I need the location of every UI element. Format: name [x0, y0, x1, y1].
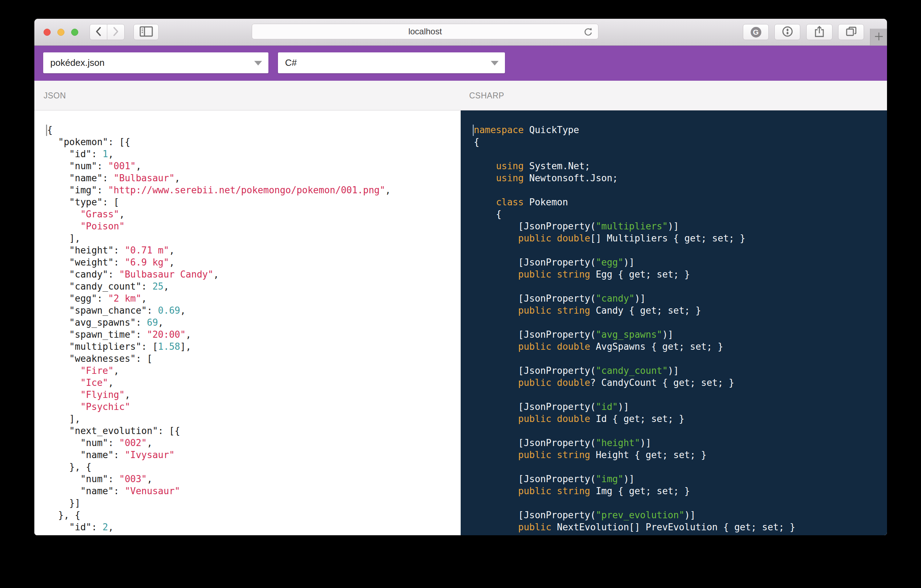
json-pane-label: JSON: [44, 91, 66, 100]
language-value: C#: [285, 57, 297, 68]
code-line: [474, 317, 795, 328]
browser-titlebar: localhost G: [34, 19, 887, 45]
code-line: "num": "002": [47, 533, 391, 535]
code-line: namespace QuickType: [474, 124, 795, 136]
code-line: }, {: [47, 509, 391, 521]
code-line: [JsonProperty("multipliers")]: [474, 220, 795, 232]
code-line: [474, 184, 795, 196]
code-line: "type": [: [47, 196, 391, 208]
json-code: { "pokemon": [{ "id": 1, "num": "001", "…: [47, 124, 391, 535]
close-window-button[interactable]: [44, 29, 50, 36]
code-line: "candy_count": 25,: [47, 280, 391, 292]
code-line: public double[] Multipliers { get; set; …: [474, 232, 795, 244]
csharp-output-pane[interactable]: namespace QuickType{ using System.Net; u…: [460, 110, 887, 535]
code-line: public double? CandyCount { get; set; }: [474, 377, 795, 389]
extension-g-button[interactable]: G: [743, 24, 769, 40]
g-circle-icon: G: [751, 27, 761, 37]
json-editor-pane[interactable]: { "pokemon": [{ "id": 1, "num": "001", "…: [34, 110, 460, 535]
forward-chevron-icon: [112, 26, 120, 38]
browser-window: localhost G: [34, 19, 887, 535]
code-line: "Grass",: [47, 208, 391, 220]
code-line: {: [474, 136, 795, 148]
app-toolbar: pokédex.json C#: [34, 45, 887, 81]
code-line: [JsonProperty("avg_spawns")]: [474, 328, 795, 341]
window-controls: [44, 29, 78, 36]
code-line: public string Candy { get; set; }: [474, 304, 795, 317]
code-line: "id": 2,: [47, 521, 391, 533]
reload-icon: [583, 27, 593, 37]
code-line: "num": "003",: [47, 473, 391, 485]
language-dropdown[interactable]: C#: [278, 52, 505, 73]
reload-button[interactable]: [583, 27, 593, 39]
navigation-buttons: [89, 24, 125, 40]
address-bar[interactable]: localhost: [252, 24, 599, 39]
new-tab-button[interactable]: [870, 29, 887, 45]
code-line: "height": "0.71 m",: [47, 244, 391, 256]
code-line: "weight": "6.9 kg",: [47, 256, 391, 268]
code-line: "spawn_chance": 0.69,: [47, 304, 391, 317]
code-line: [JsonProperty("height")]: [474, 437, 795, 449]
code-line: ],: [47, 232, 391, 244]
code-line: "Ice",: [47, 377, 391, 389]
sidebar-toggle-button[interactable]: [133, 24, 159, 40]
chevron-down-icon: [491, 61, 499, 65]
code-line: [JsonProperty("candy")]: [474, 292, 795, 304]
code-line: [JsonProperty("prev_evolution")]: [474, 509, 795, 521]
code-line: [474, 148, 795, 160]
code-line: "Psychic": [47, 401, 391, 413]
code-line: "img": "http://www.serebii.net/pokemongo…: [47, 184, 391, 196]
code-line: [474, 461, 795, 473]
code-line: {: [474, 208, 795, 220]
code-line: "name": "Bulbasaur",: [47, 172, 391, 184]
code-line: class Pokemon: [474, 196, 795, 208]
source-file-dropdown[interactable]: pokédex.json: [43, 52, 268, 73]
csharp-code: namespace QuickType{ using System.Net; u…: [474, 124, 795, 533]
code-line: "avg_spawns": 69,: [47, 317, 391, 328]
code-line: public double AvgSpawns { get; set; }: [474, 341, 795, 352]
code-line: [JsonProperty("egg")]: [474, 256, 795, 268]
share-button[interactable]: [806, 24, 833, 40]
code-line: [JsonProperty("img")]: [474, 473, 795, 485]
tab-overview-button[interactable]: [838, 24, 864, 40]
code-line: [474, 389, 795, 401]
code-line: "name": "Ivysaur": [47, 449, 391, 461]
password-manager-button[interactable]: [775, 24, 800, 40]
back-button[interactable]: [89, 24, 107, 40]
csharp-pane-label: CSHARP: [469, 91, 504, 100]
chevron-down-icon: [254, 61, 262, 65]
code-line: "name": "Venusaur": [47, 485, 391, 497]
source-file-value: pokédex.json: [50, 57, 104, 68]
sidebar-icon: [140, 26, 153, 38]
desktop: { "browser": { "url": "localhost", "plus…: [0, 0, 921, 588]
tabs-icon: [845, 26, 857, 39]
code-line: using System.Net;: [474, 160, 795, 172]
code-line: public string Height { get; set; }: [474, 449, 795, 461]
code-line: [474, 352, 795, 365]
code-line: "spawn_time": "20:00",: [47, 328, 391, 341]
code-line: }]: [47, 497, 391, 509]
code-line: "egg": "2 km",: [47, 292, 391, 304]
code-line: "next_evolution": [{: [47, 425, 391, 437]
code-line: "candy": "Bulbasaur Candy",: [47, 268, 391, 280]
keyhole-icon: [782, 26, 793, 39]
code-line: "weaknesses": [: [47, 352, 391, 365]
code-line: }, {: [47, 461, 391, 473]
code-line: "id": 1,: [47, 148, 391, 160]
minimize-window-button[interactable]: [57, 29, 64, 36]
pane-header-strip: JSON CSHARP: [34, 81, 887, 110]
code-line: [474, 497, 795, 509]
code-line: using Newtonsoft.Json;: [474, 172, 795, 184]
code-line: [474, 425, 795, 437]
plus-icon: [874, 31, 884, 43]
code-line: "Fire",: [47, 365, 391, 377]
code-line: public NextEvolution[] PrevEvolution { g…: [474, 521, 795, 533]
code-line: ],: [47, 413, 391, 425]
code-line: [JsonProperty("id")]: [474, 401, 795, 413]
code-line: {: [47, 124, 391, 136]
forward-button[interactable]: [107, 24, 125, 40]
zoom-window-button[interactable]: [71, 29, 78, 36]
code-line: "pokemon": [{: [47, 136, 391, 148]
editor-split-view: { "pokemon": [{ "id": 1, "num": "001", "…: [34, 110, 887, 535]
code-line: "Flying",: [47, 389, 391, 401]
code-line: public double Id { get; set; }: [474, 413, 795, 425]
